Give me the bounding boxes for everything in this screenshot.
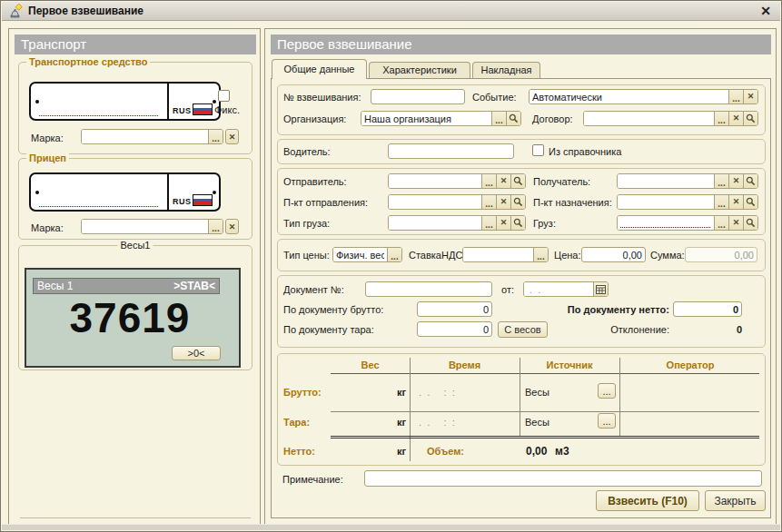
- clear-button[interactable]: ✕: [225, 219, 239, 234]
- departure-input[interactable]: [389, 195, 481, 209]
- vat-field: ...: [462, 247, 549, 262]
- gross-time: . . : :: [416, 387, 458, 398]
- ellipsis-button[interactable]: ...: [714, 174, 728, 188]
- price-input[interactable]: [581, 247, 646, 262]
- ellipsis-button[interactable]: ...: [714, 216, 728, 230]
- weighing-number-input[interactable]: [371, 89, 465, 104]
- from-catalog-checkbox[interactable]: [532, 144, 544, 156]
- close-form-button[interactable]: Закрыть: [705, 490, 766, 511]
- cargo-type-input[interactable]: [389, 216, 481, 230]
- cargo-input[interactable]: [618, 216, 714, 230]
- receiver-input[interactable]: [618, 174, 714, 188]
- doc-gross-input[interactable]: [417, 301, 492, 317]
- clear-button[interactable]: ✕: [728, 174, 743, 188]
- clear-button[interactable]: ✕: [496, 195, 510, 209]
- ellipsis-button[interactable]: ...: [598, 413, 616, 429]
- tare-source: Весы: [525, 417, 549, 428]
- trailer-brand-input[interactable]: [82, 220, 208, 233]
- organization-input[interactable]: [361, 112, 491, 125]
- vehicle-plate-number-input[interactable]: [31, 84, 169, 119]
- clear-button[interactable]: ✕: [225, 129, 239, 144]
- weigh-button[interactable]: Взвесить (F10): [596, 490, 699, 511]
- lookup-button[interactable]: [506, 112, 520, 125]
- scales-tab-label: Весы1: [118, 240, 153, 251]
- doc-tare-input[interactable]: [417, 321, 492, 337]
- col-header-time: Время: [410, 360, 520, 370]
- ellipsis-button[interactable]: ...: [481, 174, 496, 188]
- ellipsis-button[interactable]: ...: [533, 248, 548, 261]
- doc-number-input[interactable]: [365, 281, 492, 297]
- trailer-brand-field: ...: [81, 219, 223, 234]
- destination-input[interactable]: [618, 195, 714, 209]
- cargo-label: Груз:: [533, 218, 556, 229]
- ellipsis-button[interactable]: ...: [728, 90, 743, 103]
- magnifier-icon: [513, 176, 523, 186]
- lookup-button[interactable]: [743, 112, 757, 125]
- section-route: Отправитель: ... ✕ Получатель: ... ✕ П-к…: [277, 168, 766, 235]
- destination-field: ... ✕: [617, 194, 758, 210]
- ellipsis-button[interactable]: ...: [481, 216, 496, 230]
- section-header-fields: № взвешивания: Событие: ... ✕ Организаци…: [277, 84, 766, 135]
- price-type-label: Тип цены:: [283, 250, 330, 261]
- driver-input[interactable]: [388, 143, 514, 159]
- ellipsis-button[interactable]: ...: [598, 383, 616, 399]
- driver-label: Водитель:: [283, 146, 331, 157]
- clear-button[interactable]: ✕: [743, 90, 757, 103]
- clear-button[interactable]: ✕: [728, 195, 743, 209]
- contract-label: Договор:: [532, 113, 573, 124]
- window-title: Первое взвешивание: [28, 5, 144, 17]
- net-row-label: Нетто:: [283, 446, 315, 457]
- clear-button[interactable]: ✕: [728, 112, 743, 125]
- col-header-weight: Вес: [331, 360, 410, 370]
- lookup-button[interactable]: [743, 216, 757, 230]
- clear-button[interactable]: ✕: [728, 216, 743, 230]
- deviation-value: 0: [673, 324, 742, 335]
- col-header-source: Источник: [520, 360, 619, 370]
- magnifier-icon: [746, 113, 756, 123]
- doc-date-field: [523, 281, 609, 297]
- clear-button[interactable]: ✕: [496, 216, 510, 230]
- transport-panel: Транспорт Транспортное средство RUS Фикс…: [8, 28, 261, 525]
- vat-label: СтавкаНДС:: [409, 250, 465, 261]
- lookup-button[interactable]: [743, 195, 757, 209]
- ellipsis-button[interactable]: ...: [481, 195, 496, 209]
- sum-label: Сумма:: [650, 250, 685, 261]
- magnifier-icon: [746, 218, 756, 228]
- ellipsis-button[interactable]: ...: [208, 130, 223, 143]
- from-scales-button[interactable]: С весов: [498, 321, 548, 338]
- vehicle-plate: RUS: [29, 82, 221, 121]
- event-input[interactable]: [530, 90, 728, 103]
- calendar-button[interactable]: [593, 282, 608, 296]
- lookup-button[interactable]: [743, 174, 757, 188]
- doc-net-input[interactable]: [673, 301, 742, 317]
- lookup-button[interactable]: [510, 195, 525, 209]
- gross-unit: кг: [331, 387, 406, 398]
- contract-input[interactable]: [584, 112, 714, 125]
- event-field: ... ✕: [529, 89, 758, 104]
- fix-checkbox[interactable]: [218, 90, 230, 102]
- note-input[interactable]: [364, 470, 762, 487]
- tab-invoice[interactable]: Накладная: [472, 62, 540, 78]
- tab-general[interactable]: Общие данные: [272, 59, 367, 79]
- magnifier-icon: [513, 197, 523, 207]
- scales-status: >STAB<: [173, 280, 215, 292]
- ellipsis-button[interactable]: ...: [714, 112, 728, 125]
- doc-date-input[interactable]: [524, 282, 593, 296]
- vat-input[interactable]: [463, 248, 533, 261]
- price-type-field: ...: [332, 247, 402, 262]
- ellipsis-button[interactable]: ...: [714, 195, 728, 209]
- ellipsis-button[interactable]: ...: [491, 112, 506, 125]
- zero-button[interactable]: >0<: [172, 346, 221, 360]
- clear-button[interactable]: ✕: [496, 174, 510, 188]
- price-type-input[interactable]: [333, 248, 387, 261]
- lookup-button[interactable]: [510, 174, 525, 188]
- section-driver: Водитель: Из справочника: [277, 139, 766, 164]
- ellipsis-button[interactable]: ...: [387, 248, 401, 261]
- tab-characteristics[interactable]: Характеристики: [369, 62, 470, 78]
- trailer-plate-number-input[interactable]: [31, 174, 169, 210]
- lookup-button[interactable]: [510, 216, 525, 230]
- close-icon[interactable]: ✕: [757, 4, 774, 18]
- ellipsis-button[interactable]: ...: [208, 220, 223, 233]
- sender-input[interactable]: [389, 174, 481, 188]
- vehicle-brand-input[interactable]: [82, 130, 208, 143]
